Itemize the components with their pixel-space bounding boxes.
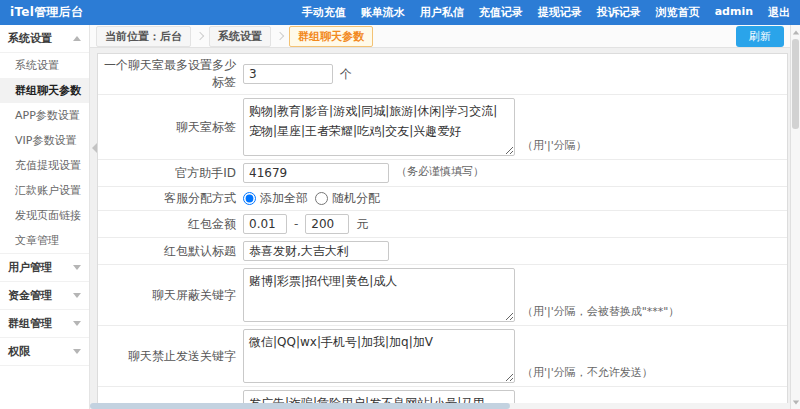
breadcrumb-chevron-icon	[276, 32, 284, 40]
nav-complaint-records[interactable]: 投诉记录	[597, 5, 641, 20]
sidebar-group-label: 用户管理	[8, 260, 52, 275]
settings-form: 一个聊天室最多设置多少标签 个 聊天室标签 购物|教育|影音|游戏|同城|旅游|…	[97, 53, 788, 409]
refresh-button[interactable]: 刷新	[736, 26, 784, 47]
chevron-down-icon	[73, 349, 81, 354]
vertical-scrollbar-thumb[interactable]	[792, 39, 799, 129]
form-row-room-tags: 聊天室标签 购物|教育|影音|游戏|同城|旅游|休闲|学习交流|宠物|星座|王者…	[98, 95, 787, 160]
form-row-blocked-keywords: 聊天屏蔽关键字 赌博|彩票|招代理|黄色|成人 （用'|'分隔，会被替换成"**…	[98, 265, 787, 326]
sidebar-item-vip-params[interactable]: VIP参数设置	[0, 128, 89, 153]
radio-label: 随机分配	[332, 190, 380, 207]
sidebar-group-fund-management[interactable]: 资金管理	[0, 282, 89, 310]
breadcrumb: 当前位置：后台 系统设置 群组聊天参数 刷新	[90, 25, 790, 48]
chevron-up-icon	[73, 36, 81, 41]
assign-random-radio[interactable]	[315, 192, 328, 205]
breadcrumb-chevron-icon	[196, 32, 204, 40]
main-content: 当前位置：后台 系统设置 群组聊天参数 刷新 一个聊天室最多设置多少标签 个 聊…	[90, 25, 790, 409]
assign-all-radio[interactable]	[243, 192, 256, 205]
sidebar-collapse-handle[interactable]	[90, 128, 99, 168]
assign-random-option: 随机分配	[315, 190, 380, 207]
redpacket-min-input[interactable]	[243, 214, 287, 234]
sidebar-group-system-settings[interactable]: 系统设置	[0, 25, 89, 53]
field-label: 聊天屏蔽关键字	[98, 287, 243, 304]
form-row-assistant-id: 官方助手ID （务必谨慎填写）	[98, 160, 787, 187]
field-label: 官方助手ID	[98, 165, 243, 182]
horizontal-scrollbar[interactable]	[90, 403, 790, 409]
sidebar-item-article-management[interactable]: 文章管理	[0, 228, 89, 253]
arrow-up-icon	[792, 30, 798, 34]
field-label: 聊天室标签	[98, 119, 243, 136]
form-row-redpacket-amount: 红包金额 - 元	[98, 211, 787, 238]
field-hint: （用'|'分隔，不允许发送）	[522, 365, 653, 383]
field-label: 红包默认标题	[98, 243, 243, 260]
nav-user-messages[interactable]: 用户私信	[420, 5, 464, 20]
sidebar-item-group-chat-params[interactable]: 群组聊天参数	[0, 78, 89, 103]
form-row-service-assign: 客服分配方式 添加全部 随机分配	[98, 187, 787, 211]
sidebar-group-label: 权限	[8, 344, 30, 359]
sidebar-group-items: 系统设置 群组聊天参数 APP参数设置 VIP参数设置 充值提现设置 汇款账户设…	[0, 53, 89, 254]
top-nav: 手动充值 账单流水 用户私信 充值记录 提现记录 投诉记录 浏览首页 admin…	[302, 5, 790, 20]
blocked-keywords-textarea[interactable]: 赌博|彩票|招代理|黄色|成人	[243, 268, 515, 322]
field-hint: （务必谨慎填写）	[396, 164, 484, 182]
unit-suffix: 元	[356, 216, 368, 233]
sidebar-item-system-settings[interactable]: 系统设置	[0, 53, 89, 78]
field-label: 客服分配方式	[98, 190, 243, 207]
sidebar-item-discover-links[interactable]: 发现页面链接	[0, 203, 89, 228]
chevron-down-icon	[73, 321, 81, 326]
form-row-redpacket-title: 红包默认标题	[98, 238, 787, 265]
field-label: 红包金额	[98, 216, 243, 233]
max-tags-input[interactable]	[243, 64, 333, 84]
sidebar-group-label: 群组管理	[8, 316, 52, 331]
sidebar-item-app-params[interactable]: APP参数设置	[0, 103, 89, 128]
chevron-down-icon	[73, 265, 81, 270]
sidebar-item-recharge-withdraw[interactable]: 充值提现设置	[0, 153, 89, 178]
breadcrumb-location-prefix: 当前位置：后台	[96, 26, 191, 47]
nav-username-admin[interactable]: admin	[715, 5, 753, 20]
assign-all-option: 添加全部	[243, 190, 308, 207]
form-row-max-tags: 一个聊天室最多设置多少标签 个	[98, 54, 787, 95]
top-header-bar: iTel管理后台 手动充值 账单流水 用户私信 充值记录 提现记录 投诉记录 浏…	[0, 0, 800, 25]
sidebar-group-user-management[interactable]: 用户管理	[0, 254, 89, 282]
unit-suffix: 个	[340, 66, 352, 83]
sidebar-group-permissions[interactable]: 权限	[0, 338, 89, 366]
nav-manual-recharge[interactable]: 手动充值	[302, 5, 346, 20]
redpacket-title-input[interactable]	[243, 241, 389, 261]
nav-withdraw-records[interactable]: 提现记录	[538, 5, 582, 20]
nav-recharge-records[interactable]: 充值记录	[479, 5, 523, 20]
official-assistant-id-input[interactable]	[243, 163, 389, 183]
forbidden-keywords-textarea[interactable]: 微信|QQ|wx|手机号|加我|加q|加V	[243, 329, 515, 383]
radio-label: 添加全部	[260, 190, 308, 207]
breadcrumb-current-page: 群组聊天参数	[289, 26, 373, 47]
arrow-down-icon	[792, 400, 798, 404]
form-row-forbidden-keywords: 聊天禁止发送关键字 微信|QQ|wx|手机号|加我|加q|加V （用'|'分隔，…	[98, 326, 787, 387]
app-title: iTel管理后台	[10, 4, 83, 21]
sidebar-group-label: 资金管理	[8, 288, 52, 303]
scroll-down-button[interactable]	[791, 396, 800, 408]
app-frame: 系统设置 系统设置 群组聊天参数 APP参数设置 VIP参数设置 充值提现设置 …	[0, 25, 800, 409]
field-label: 一个聊天室最多设置多少标签	[98, 57, 243, 91]
vertical-scrollbar[interactable]	[790, 25, 800, 409]
horizontal-scrollbar-thumb[interactable]	[90, 403, 510, 409]
field-hint: （用'|'分隔，会被替换成"***"）	[522, 304, 679, 322]
sidebar: 系统设置 系统设置 群组聊天参数 APP参数设置 VIP参数设置 充值提现设置 …	[0, 25, 90, 409]
arrow-left-icon	[92, 143, 97, 153]
scroll-up-button[interactable]	[791, 26, 800, 38]
nav-bill-flow[interactable]: 账单流水	[361, 5, 405, 20]
chevron-down-icon	[73, 293, 81, 298]
field-label: 聊天禁止发送关键字	[98, 348, 243, 365]
range-separator: -	[294, 217, 298, 231]
field-hint: （用'|'分隔）	[522, 138, 587, 156]
sidebar-group-label: 系统设置	[8, 31, 52, 46]
sidebar-group-group-management[interactable]: 群组管理	[0, 310, 89, 338]
nav-browse-homepage[interactable]: 浏览首页	[656, 5, 700, 20]
redpacket-max-input[interactable]	[305, 214, 349, 234]
sidebar-item-remit-account[interactable]: 汇款账户设置	[0, 178, 89, 203]
admin-app-window: iTel管理后台 手动充值 账单流水 用户私信 充值记录 提现记录 投诉记录 浏…	[0, 0, 800, 409]
breadcrumb-system-settings[interactable]: 系统设置	[209, 26, 271, 47]
room-tags-textarea[interactable]: 购物|教育|影音|游戏|同城|旅游|休闲|学习交流|宠物|星座|王者荣耀|吃鸡|…	[243, 98, 515, 156]
nav-logout[interactable]: 退出	[768, 5, 790, 20]
